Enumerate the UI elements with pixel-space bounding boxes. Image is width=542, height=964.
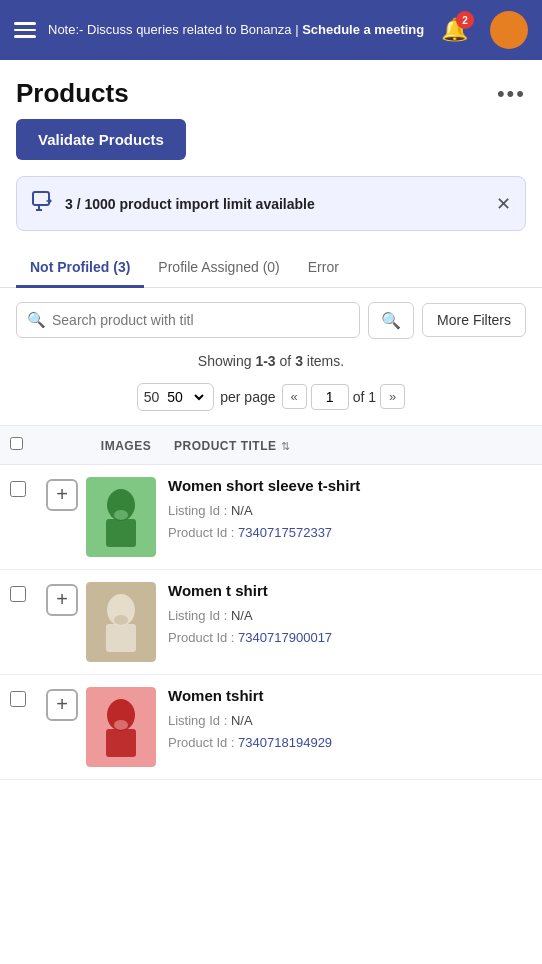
listing-value: N/A [231,713,253,728]
search-input[interactable] [52,312,349,328]
product-row: + Women short sleeve t-shirt Listing Id … [0,465,542,570]
product-id-value: 7340717572337 [238,525,332,540]
import-banner: 3 / 1000 product import limit available … [16,176,526,231]
listing-label: Listing Id : [168,503,227,518]
product-meta: Listing Id : N/A Product Id : 7340717572… [168,500,532,544]
select-all-checkbox[interactable] [10,437,23,450]
product-meta: Listing Id : N/A Product Id : 7340717900… [168,605,532,649]
pagination-nav: « of 1 » [282,384,406,410]
notification-bell[interactable]: 🔔 2 [441,17,468,43]
top-bar: Note:- Discuss queries related to Bonanz… [0,0,542,60]
header-checkbox-col [10,436,38,454]
table-header: IMAGES PRODUCT TITLE ⇅ [0,425,542,465]
product-row: + Women tshirt Listing Id : N/A Product … [0,675,542,780]
product-id-label: Product Id : [168,630,234,645]
avatar[interactable] [490,11,528,49]
product-image [86,582,156,662]
showing-info: Showing 1-3 of 3 items. [0,347,542,379]
pagination-row: 50 50 25 100 per page « of 1 » [0,379,542,425]
notification-badge: 2 [456,11,474,29]
product-image [86,477,156,557]
hamburger-icon[interactable] [14,22,36,38]
product-name: Women short sleeve t-shirt [168,477,532,494]
product-meta: Listing Id : N/A Product Id : 7340718194… [168,710,532,754]
product-info: Women t shirt Listing Id : N/A Product I… [164,582,532,649]
product-name: Women t shirt [168,582,532,599]
top-bar-note: Note:- Discuss queries related to Bonanz… [48,21,429,39]
svg-point-4 [114,510,128,520]
tab-not-profiled[interactable]: Not Profiled (3) [16,247,144,288]
row-checkbox[interactable] [10,481,26,497]
page-number-input[interactable] [311,384,349,410]
search-button[interactable]: 🔍 [368,302,414,339]
row-checkbox-wrap [10,477,38,501]
import-banner-text: 3 / 1000 product import limit available [65,196,486,212]
search-row: 🔍 🔍 More Filters [0,288,542,347]
products-list: + Women short sleeve t-shirt Listing Id … [0,465,542,780]
svg-rect-7 [106,624,136,652]
listing-value: N/A [231,503,253,518]
sort-icon[interactable]: ⇅ [281,440,290,452]
row-checkbox[interactable] [10,586,26,602]
per-page-dropdown[interactable]: 50 25 100 [163,388,207,406]
page-header: Products ••• [0,60,542,119]
page-content: Products ••• Validate Products 3 / 1000 … [0,60,542,964]
expand-row-button[interactable]: + [46,689,78,721]
svg-rect-0 [33,192,49,205]
more-menu-icon[interactable]: ••• [497,81,526,107]
listing-label: Listing Id : [168,713,227,728]
product-id-label: Product Id : [168,735,234,750]
row-checkbox[interactable] [10,691,26,707]
listing-value: N/A [231,608,253,623]
svg-point-8 [114,615,128,625]
svg-rect-11 [106,729,136,757]
product-id-value: 7340717900017 [238,630,332,645]
search-icon: 🔍 [27,311,46,329]
product-id-value: 7340718194929 [238,735,332,750]
product-info: Women short sleeve t-shirt Listing Id : … [164,477,532,544]
product-id-label: Product Id : [168,525,234,540]
col-title-header: PRODUCT TITLE [174,439,277,453]
prev-page-button[interactable]: « [282,384,307,409]
expand-row-button[interactable]: + [46,584,78,616]
tab-profile-assigned[interactable]: Profile Assigned (0) [144,247,293,288]
svg-point-12 [114,720,128,730]
close-banner-icon[interactable]: ✕ [496,193,511,215]
validate-products-button[interactable]: Validate Products [16,119,186,160]
tab-error[interactable]: Error [294,247,353,288]
product-info: Women tshirt Listing Id : N/A Product Id… [164,687,532,754]
per-page-label: per page [220,389,275,405]
import-icon [31,189,55,218]
page-title: Products [16,78,129,109]
col-images-header: IMAGES [101,439,151,453]
svg-rect-3 [106,519,136,547]
listing-label: Listing Id : [168,608,227,623]
more-filters-button[interactable]: More Filters [422,303,526,337]
search-input-wrapper: 🔍 [16,302,360,338]
row-checkbox-wrap [10,687,38,711]
page-of-label: of 1 [353,389,376,405]
product-name: Women tshirt [168,687,532,704]
expand-row-button[interactable]: + [46,479,78,511]
per-page-select[interactable]: 50 50 25 100 [137,383,215,411]
tabs: Not Profiled (3) Profile Assigned (0) Er… [0,247,542,288]
row-checkbox-wrap [10,582,38,606]
product-image [86,687,156,767]
product-row: + Women t shirt Listing Id : N/A Product… [0,570,542,675]
next-page-button[interactable]: » [380,384,405,409]
